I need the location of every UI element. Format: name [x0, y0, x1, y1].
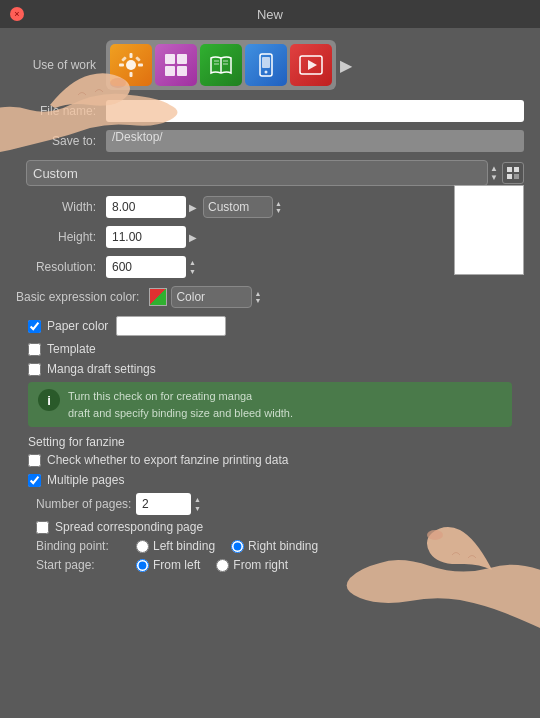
comics-icon-btn[interactable] — [155, 44, 197, 86]
width-unit-select[interactable]: Custom inch cm mm — [203, 196, 273, 218]
manga-draft-info-text: Turn this check on for creating mangadra… — [68, 388, 293, 421]
right-binding-item[interactable]: Right binding — [231, 539, 318, 553]
fanzine-section-label: Setting for fanzine — [16, 435, 524, 449]
svg-rect-3 — [119, 64, 124, 67]
pages-down[interactable]: ▼ — [194, 504, 201, 513]
file-name-input[interactable] — [106, 100, 524, 122]
spread-page-checkbox[interactable] — [36, 521, 49, 534]
width-input[interactable] — [106, 196, 186, 218]
paper-color-label[interactable]: Paper color — [47, 319, 108, 333]
save-to-label: Save to: — [16, 134, 106, 148]
svg-rect-9 — [165, 66, 175, 76]
svg-rect-1 — [130, 53, 133, 58]
num-pages-label: Number of pages: — [36, 497, 136, 511]
color-up[interactable]: ▲ — [254, 290, 261, 297]
preset-icon-btn[interactable] — [502, 162, 524, 184]
height-right-arrow[interactable]: ▶ — [189, 232, 197, 243]
paper-color-swatch[interactable] — [116, 316, 226, 336]
from-left-radio[interactable] — [136, 559, 149, 572]
multiple-pages-label[interactable]: Multiple pages — [47, 473, 124, 487]
save-to-path[interactable]: /Desktop/ — [106, 130, 524, 152]
left-binding-radio[interactable] — [136, 540, 149, 553]
resolution-down[interactable]: ▼ — [189, 267, 196, 276]
binding-point-row: Binding point: Left binding Right bindin… — [16, 539, 524, 553]
from-right-label: From right — [233, 558, 288, 572]
multiple-pages-row: Multiple pages — [16, 473, 524, 487]
preset-up-arrow[interactable]: ▲ — [490, 164, 498, 173]
right-binding-label: Right binding — [248, 539, 318, 553]
resolution-input[interactable] — [106, 256, 186, 278]
template-row: Template — [16, 342, 524, 356]
resolution-row: Resolution: ▲ ▼ — [16, 256, 524, 278]
from-right-radio[interactable] — [216, 559, 229, 572]
paper-color-checkbox[interactable] — [28, 320, 41, 333]
template-checkbox[interactable] — [28, 343, 41, 356]
use-of-work-label: Use of work — [16, 58, 106, 72]
svg-rect-22 — [514, 167, 519, 172]
right-binding-radio[interactable] — [231, 540, 244, 553]
fanzine-checkbox[interactable] — [28, 454, 41, 467]
pages-up[interactable]: ▲ — [194, 495, 201, 504]
illustration-icon-btn[interactable] — [110, 44, 152, 86]
svg-rect-24 — [514, 174, 519, 179]
preset-select[interactable]: Custom A4 B5 Letter — [26, 160, 488, 186]
multiple-pages-checkbox[interactable] — [28, 474, 41, 487]
from-left-item[interactable]: From left — [136, 558, 200, 572]
svg-rect-10 — [177, 66, 187, 76]
title-bar: × New — [0, 0, 540, 28]
file-name-row: File name: — [16, 100, 524, 122]
fanzine-check-label[interactable]: Check whether to export fanzine printing… — [47, 453, 288, 467]
expression-color-label: Basic expression color: — [16, 290, 149, 304]
color-down[interactable]: ▼ — [254, 297, 261, 304]
from-right-item[interactable]: From right — [216, 558, 288, 572]
paper-color-row: Paper color — [16, 316, 524, 336]
manga-draft-row: Manga draft settings — [16, 362, 524, 376]
save-to-row: Save to: /Desktop/ — [16, 130, 524, 152]
width-right-arrow[interactable]: ▶ — [189, 202, 197, 213]
width-label: Width: — [16, 200, 106, 214]
svg-rect-4 — [138, 64, 143, 67]
start-page-row: Start page: From left From right — [16, 558, 524, 572]
resolution-up[interactable]: ▲ — [189, 258, 196, 267]
svg-rect-17 — [262, 57, 270, 68]
file-name-label: File name: — [16, 104, 106, 118]
from-left-label: From left — [153, 558, 200, 572]
fanzine-row: Check whether to export fanzine printing… — [16, 453, 524, 467]
num-pages-input[interactable] — [136, 493, 191, 515]
height-input[interactable] — [106, 226, 186, 248]
webtoon-icon-btn[interactable] — [245, 44, 287, 86]
left-binding-item[interactable]: Left binding — [136, 539, 215, 553]
book-icon-btn[interactable] — [200, 44, 242, 86]
preset-down-arrow[interactable]: ▼ — [490, 173, 498, 182]
spread-row: Spread corresponding page — [16, 520, 524, 534]
svg-rect-21 — [507, 167, 512, 172]
main-content: Use of work — [0, 28, 540, 589]
binding-radio-group: Left binding Right binding — [136, 539, 318, 553]
manga-draft-label[interactable]: Manga draft settings — [47, 362, 156, 376]
svg-rect-5 — [121, 56, 127, 62]
num-pages-row: Number of pages: ▲ ▼ — [16, 493, 524, 515]
resolution-label: Resolution: — [16, 260, 106, 274]
width-unit-down[interactable]: ▼ — [275, 207, 282, 214]
window-title: New — [257, 7, 283, 22]
use-of-work-icons — [106, 40, 336, 90]
binding-point-label: Binding point: — [36, 539, 136, 553]
expression-color-select[interactable]: Color Gray Monochrome — [171, 286, 252, 308]
expression-color-row: Basic expression color: Color Gray Monoc… — [16, 286, 524, 308]
spread-page-label[interactable]: Spread corresponding page — [55, 520, 203, 534]
svg-rect-7 — [165, 54, 175, 64]
manga-draft-checkbox[interactable] — [28, 363, 41, 376]
animation-icon-btn[interactable] — [290, 44, 332, 86]
icons-arrow[interactable]: ▶ — [340, 56, 352, 75]
svg-point-18 — [265, 71, 268, 74]
svg-rect-2 — [130, 72, 133, 77]
close-button[interactable]: × — [10, 7, 24, 21]
svg-point-0 — [126, 60, 136, 70]
template-label[interactable]: Template — [47, 342, 96, 356]
info-icon: i — [38, 389, 60, 411]
manga-draft-info: i Turn this check on for creating mangad… — [28, 382, 512, 427]
width-unit-up[interactable]: ▲ — [275, 200, 282, 207]
height-label: Height: — [16, 230, 106, 244]
width-row: Width: ▶ Custom inch cm mm ▲ ▼ — [16, 196, 524, 218]
use-of-work-row: Use of work — [16, 40, 524, 90]
